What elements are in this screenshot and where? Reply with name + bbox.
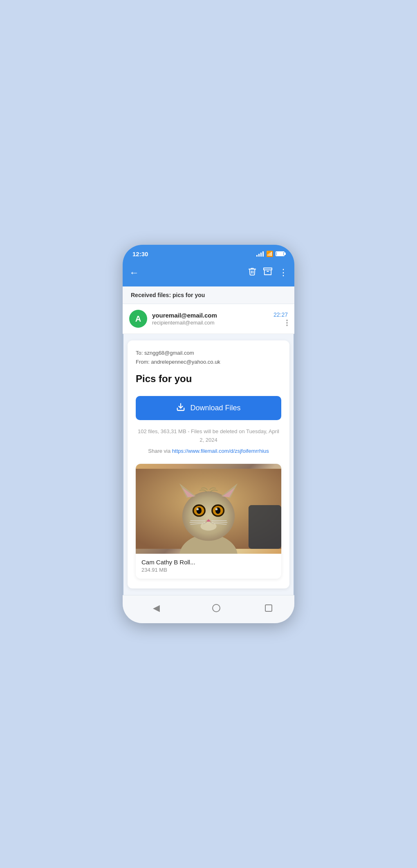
avatar: A [129, 310, 147, 328]
svg-rect-0 [264, 268, 272, 270]
battery-icon [276, 251, 285, 256]
app-bar-actions: ⋮ [248, 267, 288, 278]
email-info: youremail@email.com recipientemail@email… [152, 312, 274, 326]
download-icon [176, 403, 185, 414]
phone-frame: 12:30 📶 ← [123, 245, 294, 623]
file-info: 102 files, 363,31 MB - Files will be del… [136, 427, 281, 445]
status-time: 12:30 [132, 251, 148, 257]
email-meta: 22:27 [274, 311, 288, 326]
to-address: To: szngg68@gmail.com [136, 349, 281, 358]
sender-email: youremail@email.com [152, 312, 274, 319]
share-link-row: Share via https://www.filemail.com/d/zsj… [136, 447, 281, 456]
email-time: 22:27 [274, 311, 288, 318]
share-prefix: Share via [148, 448, 172, 454]
back-nav-button[interactable]: ◀ [145, 601, 168, 615]
attachment-info: Cam Cathy B Roll... 234.91 MB [136, 554, 281, 579]
recipient-email: recipientemail@email.com [152, 320, 274, 326]
wifi-icon: 📶 [266, 251, 273, 257]
signal-icon [256, 251, 264, 257]
attachment-name: Cam Cathy B Roll... [141, 559, 276, 566]
download-button-label: Download Files [190, 404, 240, 412]
delete-icon[interactable] [248, 267, 257, 278]
email-subject-heading: Pics for you [136, 373, 281, 385]
download-files-button[interactable]: Download Files [136, 396, 281, 420]
attachment-card[interactable]: Cam Cathy B Roll... 234.91 MB [136, 464, 281, 579]
svg-point-17 [197, 508, 199, 510]
email-subject-bar: Received files: pics for you [131, 292, 205, 298]
svg-point-6 [182, 491, 235, 541]
svg-point-18 [215, 508, 217, 510]
back-button[interactable]: ← [129, 265, 142, 280]
share-link[interactable]: https://www.filemail.com/d/zsjfoifemrrhi… [172, 448, 269, 454]
home-nav-button[interactable] [212, 604, 220, 612]
from-address: From: andrelepennec@yahoo.co.uk [136, 358, 281, 367]
app-bar: ← ⋮ [123, 261, 294, 286]
archive-icon[interactable] [263, 267, 272, 278]
more-options-icon[interactable]: ⋮ [279, 267, 288, 278]
status-icons: 📶 [256, 251, 285, 257]
app-bar-left: ← [129, 265, 142, 280]
email-addresses: To: szngg68@gmail.com From: andrelepenne… [136, 349, 281, 367]
more-dots-icon[interactable] [286, 320, 288, 326]
svg-point-26 [200, 522, 216, 530]
attachment-thumbnail [136, 464, 281, 554]
subject-bar: Received files: pics for you [123, 286, 294, 304]
bottom-nav: ◀ [123, 595, 294, 623]
recents-nav-button[interactable] [265, 604, 272, 612]
attachment-size: 234.91 MB [141, 567, 276, 573]
email-header: A youremail@email.com recipientemail@ema… [123, 304, 294, 334]
email-body-card: To: szngg68@gmail.com From: andrelepenne… [128, 340, 289, 588]
svg-rect-27 [249, 505, 281, 549]
status-bar: 12:30 📶 [123, 245, 294, 261]
